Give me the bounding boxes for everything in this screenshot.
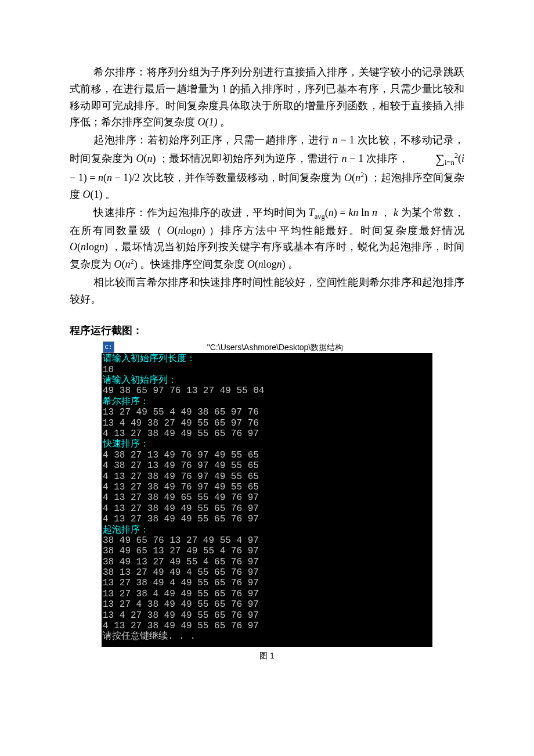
- console-figure: C: "C:\Users\Ashmore\Desktop\数据结构 请输入初始序…: [70, 341, 464, 662]
- text: ）排序方法中平均性能最好。时间复杂度最好情况: [209, 225, 464, 236]
- paragraph-compare: 相比较而言希尔排序和快速排序时间性能较好，空间性能则希尔排序和起泡排序较好。: [70, 274, 464, 308]
- console-line: 13 4 27 38 49 49 55 65 76 97: [103, 610, 432, 621]
- text: 希尔排序：将序列分组为子序列分别进行直接插入排序，关键字较小的记录跳跃式前移，在…: [70, 66, 464, 128]
- console-line: 13 27 49 55 4 49 38 65 97 76: [103, 407, 432, 417]
- text: ，: [380, 207, 391, 218]
- paragraph-quick-sort: 快速排序：作为起泡排序的改进，平均时间为 Tavg(n) = kn ln n ，…: [70, 204, 464, 273]
- paragraph-bubble-sort: 起泡排序：若初始序列正序，只需一趟排序，进行 n − 1 次比较，不移动记录，时…: [70, 132, 464, 203]
- formula-n-1: n − 1: [341, 153, 363, 164]
- console-line: 38 49 65 13 27 49 55 4 76 97: [103, 546, 432, 556]
- text: 。: [220, 116, 230, 128]
- text: 快速排序：作为起泡排序的改进，平均时间为: [93, 207, 305, 218]
- console-line: 13 27 4 38 49 49 55 65 76 97: [103, 599, 432, 610]
- console-window: C: "C:\Users\Ashmore\Desktop\数据结构 请输入初始序…: [102, 341, 432, 647]
- console-line: 38 13 27 49 49 4 55 65 76 97: [103, 567, 432, 578]
- console-line: 13 27 38 4 49 49 55 65 76 97: [103, 589, 432, 599]
- text: 次比较，并作等数量级移动，时间复杂度为: [143, 172, 342, 183]
- text: 。快速排序空间复杂度: [140, 258, 244, 270]
- console-line: 起泡排序：: [103, 525, 432, 535]
- formula-k: k: [394, 207, 398, 218]
- text: ；最坏情况即初始序列为逆序，需进行: [158, 153, 339, 164]
- console-line: 4 13 27 38 49 76 97 49 55 65: [103, 471, 432, 482]
- console-titlebar: C: "C:\Users\Ashmore\Desktop\数据结构: [102, 341, 432, 353]
- text: 起泡排序：若初始序列正序，只需一趟排序，进行: [93, 134, 329, 146]
- formula-o1: O(1): [83, 189, 103, 200]
- formula-o1: O(1): [198, 116, 218, 128]
- console-title-text: "C:\Users\Ashmore\Desktop\数据结构: [118, 343, 432, 352]
- console-line: 请输入初始序列长度：: [103, 354, 432, 364]
- console-line: 4 13 27 38 49 49 55 65 76 97: [103, 429, 432, 439]
- section-title-screenshot: 程序运行截图：: [70, 322, 464, 339]
- formula-on: O(n): [136, 153, 156, 164]
- console-body: 请输入初始序列长度：10请输入初始序列：49 38 65 97 76 13 27…: [103, 354, 432, 642]
- console-line: 4 38 27 13 49 76 97 49 55 65: [103, 460, 432, 471]
- formula-onlogn: O(nlogn): [70, 241, 108, 253]
- console-line: 13 4 49 38 27 49 55 65 97 76: [103, 418, 432, 429]
- console-line: 4 13 27 38 49 49 55 65 76 97: [103, 503, 432, 514]
- console-line: 4 13 27 38 49 76 97 49 55 65: [103, 482, 432, 492]
- console-line: 49 38 65 97 76 13 27 49 55 04: [103, 386, 432, 396]
- text: 。: [105, 189, 116, 200]
- console-icon: C:: [103, 341, 114, 353]
- console-line: 希尔排序：: [103, 397, 432, 407]
- console-line: 请按任意键继续. . .: [103, 631, 432, 642]
- formula-on2: O(n2): [344, 172, 367, 183]
- formula-onlogn: O(nlogn): [167, 225, 205, 236]
- formula-n-1: n − 1: [333, 134, 355, 146]
- console-line: 4 38 27 13 49 76 97 49 55 65: [103, 450, 432, 460]
- console-line: 4 13 27 38 49 65 55 49 76 97: [103, 492, 432, 503]
- console-line: 38 49 65 76 13 27 49 55 4 97: [103, 535, 432, 546]
- formula-onlogn: O(nlogn): [247, 258, 286, 270]
- console-line: 10: [103, 365, 432, 375]
- console-line: 38 49 13 27 49 55 4 65 76 97: [103, 557, 432, 567]
- paragraph-shell-sort: 希尔排序：将序列分组为子序列分别进行直接插入排序，关键字较小的记录跳跃式前移，在…: [70, 64, 464, 131]
- formula-tavg: Tavg(n) = kn ln n: [309, 207, 377, 218]
- text: 。: [288, 258, 298, 270]
- console-line: 快速排序：: [103, 439, 432, 449]
- figure-caption: 图 1: [259, 649, 275, 662]
- console-line: 4 13 27 38 49 49 55 65 76 97: [103, 621, 432, 631]
- console-line: 请输入初始序列：: [103, 375, 432, 386]
- console-line: 4 13 27 38 49 49 55 65 76 97: [103, 514, 432, 524]
- text: 次排序，: [366, 153, 409, 164]
- formula-on2: O(n2): [114, 258, 138, 270]
- console-line: 13 27 38 49 4 49 55 65 76 97: [103, 578, 432, 588]
